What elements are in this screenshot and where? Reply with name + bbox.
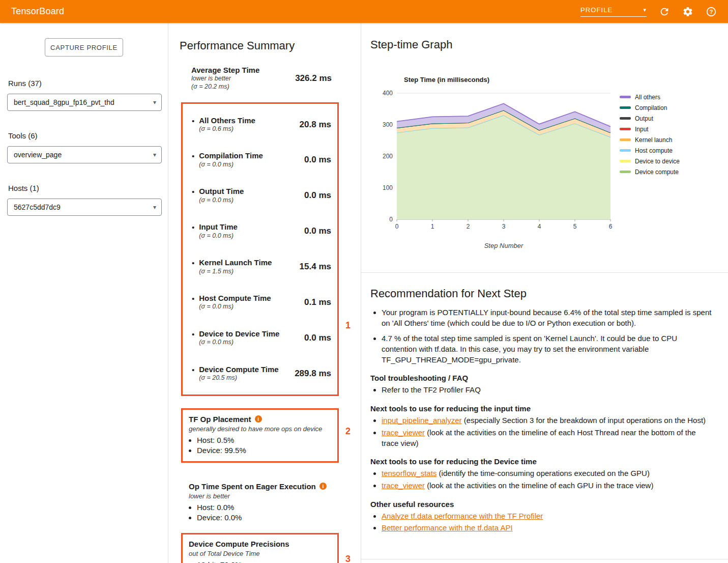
hosts-label: Hosts (1) — [8, 184, 162, 192]
svg-text:4: 4 — [538, 223, 541, 230]
top-bar: TensorBoard PROFILE ▾ ? — [0, 0, 728, 23]
svg-text:?: ? — [710, 8, 713, 14]
metric-sigma: (σ = 1.5 ms) — [199, 268, 272, 276]
recommendation-title: Recommendation for Next Step — [370, 287, 713, 300]
link-trace-viewer-host[interactable]: trace_viewer — [382, 428, 425, 437]
metric-sigma: (σ = 0.0 ms) — [199, 196, 244, 205]
annotation-number-2: 2 — [345, 426, 351, 437]
runs-select[interactable]: bert_squad_8gpu_fp16_pvt_thd ▾ — [7, 94, 162, 111]
metric-value: 0.0 ms — [300, 226, 331, 236]
average-step-time-note: lower is better — [191, 75, 259, 83]
dashboard-selector-value: PROFILE — [580, 6, 613, 14]
annotation-box-1: • All Others Time (σ = 0.6 ms) 20.8 ms •… — [181, 102, 339, 396]
metric-value: 289.8 ms — [290, 369, 331, 379]
eager-execution-subtitle: lower is better — [189, 492, 339, 500]
app-title: TensorBoard — [11, 6, 64, 17]
list-item: Better performance with the tf.data API — [382, 523, 713, 533]
bullet-dot: • — [192, 365, 194, 375]
tf-op-placement-title: TF Op Placement — [189, 415, 251, 424]
link-tfdata-api-guide[interactable]: Better performance with the tf.data API — [382, 523, 513, 532]
capture-profile-button[interactable]: CAPTURE PROFILE — [45, 38, 123, 57]
chevron-down-icon: ▾ — [153, 151, 156, 158]
hosts-select-value: 5627c5dd7dc9 — [14, 203, 61, 211]
metric-label: Device to Device Time — [199, 329, 279, 339]
bullet-dot: • — [192, 151, 194, 161]
list-item: trace_viewer (look at the activities on … — [382, 428, 713, 448]
step-time-graph-panel: Step-time Graph Step Time (in millisecon… — [361, 23, 728, 273]
svg-text:0: 0 — [395, 223, 399, 230]
recommendation-bullet: 4.7 % of the total step time sampled is … — [382, 333, 713, 365]
eager-execution-title: Op Time Spent on Eager Execution — [189, 482, 316, 491]
metric-value: 0.1 ms — [300, 297, 331, 307]
metric-label: Kernel Launch Time — [199, 258, 272, 267]
help-button[interactable]: ? — [706, 6, 717, 17]
metric-sigma: (σ = 20.5 ms) — [199, 374, 278, 382]
metric-value: 0.0 ms — [300, 190, 331, 201]
runs-field: Runs (37) bert_squad_8gpu_fp16_pvt_thd ▾ — [7, 79, 162, 111]
performance-summary-title: Performance Summary — [180, 39, 361, 52]
hosts-select[interactable]: 5627c5dd7dc9 ▾ — [7, 199, 162, 216]
svg-text:Kernel launch: Kernel launch — [635, 136, 672, 144]
metric-label: Host Compute Time — [199, 294, 271, 303]
svg-text:5: 5 — [573, 223, 577, 230]
item-text: Refer to the TF2 Profiler FAQ — [382, 385, 481, 394]
performance-summary-panel: Performance Summary Average Step Time lo… — [168, 23, 361, 563]
svg-text:6: 6 — [609, 223, 613, 230]
main-area: CAPTURE PROFILE Runs (37) bert_squad_8gp… — [0, 23, 728, 563]
svg-text:Input: Input — [635, 126, 649, 133]
sidebar: CAPTURE PROFILE Runs (37) bert_squad_8gp… — [0, 23, 168, 563]
link-input-pipeline-analyzer[interactable]: input_pipeline_analyzer — [382, 416, 462, 425]
eager-host: Host: 0.0% — [197, 503, 339, 512]
metric-value: 20.8 ms — [296, 120, 331, 130]
dashboard-selector[interactable]: PROFILE ▾ — [580, 6, 647, 17]
eager-device: Device: 0.0% — [197, 513, 339, 522]
metric-row: • Host Compute Time (σ = 0.0 ms) 0.1 ms — [183, 285, 337, 320]
list-item: input_pipeline_analyzer (especially Sect… — [382, 415, 713, 426]
info-icon[interactable]: i — [319, 483, 327, 490]
help-icon: ? — [706, 6, 717, 17]
tf-op-placement-subtitle: generally desired to have more ops on de… — [189, 425, 332, 433]
tools-label: Tools (6) — [8, 131, 162, 140]
svg-text:Step Number: Step Number — [484, 242, 523, 249]
annotation-box-3: Device Compute Precisions out of Total D… — [181, 533, 339, 563]
info-icon[interactable]: i — [255, 415, 262, 423]
top-bar-controls: PROFILE ▾ ? — [580, 6, 717, 17]
tf-op-placement-device: Device: 99.5% — [197, 446, 332, 455]
bullet-dot: • — [192, 222, 194, 233]
tools-field: Tools (6) overview_page ▾ — [7, 131, 162, 163]
average-step-time-label: Average Step Time — [191, 66, 259, 75]
runs-label: Runs (37) — [8, 79, 162, 88]
reload-icon — [659, 6, 670, 17]
annotation-number-3: 3 — [345, 554, 351, 563]
bullet-dot: • — [192, 187, 194, 197]
list-item: trace_viewer (look at the activities on … — [382, 481, 713, 491]
tools-select-value: overview_page — [14, 151, 62, 159]
svg-text:2: 2 — [467, 223, 470, 230]
link-tensorflow-stats[interactable]: tensorflow_stats — [382, 469, 436, 477]
recommendation-panel: Recommendation for Next Step Your progra… — [361, 273, 728, 535]
metric-sigma: (σ = 0.0 ms) — [199, 232, 238, 240]
reload-button[interactable] — [659, 6, 670, 17]
svg-text:Host compute: Host compute — [635, 147, 673, 154]
chevron-down-icon: ▾ — [643, 7, 647, 13]
metric-row: • Output Time (σ = 0.0 ms) 0.0 ms — [183, 178, 337, 213]
svg-text:0: 0 — [389, 216, 393, 223]
metric-sigma: (σ = 0.0 ms) — [199, 303, 271, 311]
metric-value: 0.0 ms — [300, 333, 331, 343]
item-text: (look at the activities on the timeline … — [382, 428, 696, 447]
average-step-time-row: Average Step Time lower is better (σ = 2… — [191, 66, 332, 91]
metric-row: • Compilation Time (σ = 0.0 ms) 0.0 ms — [183, 142, 337, 178]
link-tfdata-profiler-guide[interactable]: Analyze tf.data performance with the TF … — [382, 512, 543, 520]
link-trace-viewer-gpu[interactable]: trace_viewer — [382, 481, 425, 490]
device-precisions-subtitle: out of Total Device Time — [189, 550, 332, 557]
step-time-graph-title: Step-time Graph — [370, 38, 728, 51]
settings-button[interactable] — [682, 6, 693, 17]
bottom-divider — [361, 559, 728, 559]
eager-execution-section: Op Time Spent on Eager Execution i lower… — [181, 482, 339, 522]
section-heading-faq: Tool troubleshooting / FAQ — [370, 374, 713, 382]
svg-text:3: 3 — [502, 223, 506, 230]
metric-row: • All Others Time (σ = 0.6 ms) 20.8 ms — [183, 107, 337, 143]
tools-select[interactable]: overview_page ▾ — [7, 146, 162, 163]
metric-row: • Device to Device Time (σ = 0.0 ms) 0.0… — [183, 320, 337, 356]
average-step-time-value: 326.2 ms — [291, 73, 332, 83]
